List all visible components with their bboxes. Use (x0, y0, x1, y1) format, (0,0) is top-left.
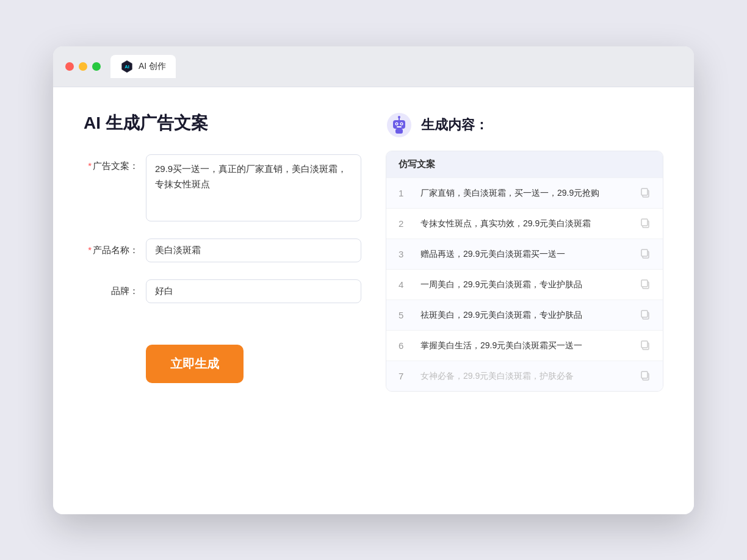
required-mark: * (88, 160, 92, 171)
svg-rect-17 (641, 249, 648, 256)
copy-icon[interactable] (640, 309, 651, 320)
brand-label: 品牌： (84, 279, 139, 297)
robot-icon (386, 112, 413, 138)
row-text: 赠品再送，29.9元美白淡斑霜买一送一 (420, 248, 630, 260)
left-panel: AI 生成广告文案 *广告文案： 29.9买一送一，真正的厂家直销，美白淡斑霜，… (84, 112, 361, 490)
row-number: 1 (399, 188, 411, 198)
row-number: 2 (399, 218, 411, 229)
svg-rect-8 (397, 126, 402, 127)
svg-rect-15 (641, 219, 648, 226)
svg-rect-23 (641, 341, 648, 348)
product-name-group: *产品名称： (84, 239, 361, 262)
svg-point-10 (398, 116, 400, 118)
svg-text:AI: AI (125, 64, 129, 70)
copy-icon[interactable] (640, 218, 651, 229)
browser-tab[interactable]: AI AI 创作 (110, 55, 176, 78)
result-title: 生成内容： (421, 116, 488, 134)
ad-copy-group: *广告文案： 29.9买一送一，真正的厂家直销，美白淡斑霜，专抹女性斑点 (84, 154, 361, 221)
table-row: 5 祛斑美白，29.9元美白淡斑霜，专业护肤品 (386, 300, 663, 330)
table-row: 6 掌握美白生活，29.9元美白淡斑霜买一送一 (386, 330, 663, 361)
browser-titlebar: AI AI 创作 (53, 46, 694, 87)
result-header: 生成内容： (386, 112, 663, 138)
minimize-button[interactable] (79, 62, 87, 71)
brand-group: 品牌： (84, 279, 361, 303)
ad-copy-textarea[interactable]: 29.9买一送一，真正的厂家直销，美白淡斑霜，专抹女性斑点 (146, 154, 361, 221)
product-name-input[interactable] (146, 239, 361, 262)
copy-icon[interactable] (640, 187, 651, 198)
row-number: 7 (399, 371, 411, 381)
ad-copy-label: *广告文案： (84, 154, 139, 172)
table-row: 1 厂家直销，美白淡斑霜，买一送一，29.9元抢购 (386, 178, 663, 208)
table-row: 2 专抹女性斑点，真实功效，29.9元美白淡斑霜 (386, 208, 663, 239)
browser-content: AI 生成广告文案 *广告文案： 29.9买一送一，真正的厂家直销，美白淡斑霜，… (53, 87, 694, 514)
required-mark-2: * (88, 245, 92, 255)
copy-icon[interactable] (640, 370, 651, 381)
product-name-label: *产品名称： (84, 239, 139, 256)
table-header: 仿写文案 (386, 151, 663, 178)
result-table: 仿写文案 1 厂家直销，美白淡斑霜，买一送一，29.9元抢购 2 专抹女性斑点，… (386, 151, 663, 392)
row-text: 专抹女性斑点，真实功效，29.9元美白淡斑霜 (420, 217, 630, 230)
row-text: 掌握美白生活，29.9元美白淡斑霜买一送一 (420, 339, 630, 352)
ai-tab-icon: AI (120, 60, 134, 73)
tab-title-text: AI 创作 (139, 61, 166, 72)
table-row: 3 赠品再送，29.9元美白淡斑霜买一送一 (386, 239, 663, 269)
row-number: 6 (399, 340, 411, 351)
svg-point-6 (396, 123, 397, 124)
row-number: 3 (399, 249, 411, 259)
row-text: 女神必备，29.9元美白淡斑霜，护肤必备 (420, 370, 630, 382)
row-number: 5 (399, 310, 411, 320)
table-row: 4 一周美白，29.9元美白淡斑霜，专业护肤品 (386, 269, 663, 300)
browser-window: AI AI 创作 AI 生成广告文案 *广告文案： 29.9买一送一，真正的厂家… (53, 46, 694, 514)
copy-icon[interactable] (640, 248, 651, 259)
row-number: 4 (399, 279, 411, 290)
row-text: 一周美白，29.9元美白淡斑霜，专业护肤品 (420, 278, 630, 291)
page-title: AI 生成广告文案 (84, 112, 361, 135)
svg-rect-21 (641, 311, 648, 317)
row-text: 厂家直销，美白淡斑霜，买一送一，29.9元抢购 (420, 187, 630, 199)
svg-rect-13 (641, 188, 648, 195)
brand-input[interactable] (146, 279, 361, 303)
svg-point-7 (401, 123, 402, 124)
copy-icon[interactable] (640, 340, 651, 351)
close-button[interactable] (65, 62, 74, 71)
traffic-lights (65, 62, 101, 71)
table-row: 7 女神必备，29.9元美白淡斑霜，护肤必备 (386, 361, 663, 391)
svg-rect-19 (641, 280, 648, 287)
svg-rect-25 (641, 372, 648, 378)
row-text: 祛斑美白，29.9元美白淡斑霜，专业护肤品 (420, 309, 630, 321)
right-panel: 生成内容： 仿写文案 1 厂家直销，美白淡斑霜，买一送一，29.9元抢购 2 专… (386, 112, 663, 490)
svg-rect-11 (395, 129, 403, 134)
copy-icon[interactable] (640, 279, 651, 290)
maximize-button[interactable] (92, 62, 101, 71)
submit-button[interactable]: 立即生成 (146, 345, 244, 383)
